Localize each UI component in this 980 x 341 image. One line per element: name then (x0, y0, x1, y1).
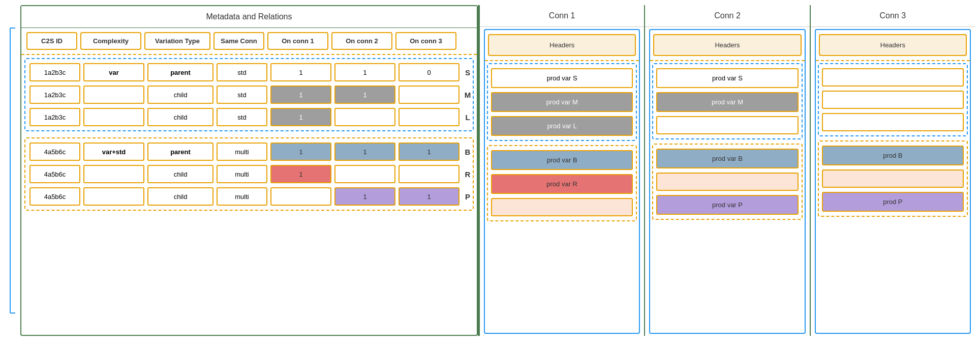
group1-section: 1a2b3c var parent std 1 1 0 S 1a2b3c chi… (24, 58, 474, 131)
header-on-conn-1: On conn 1 (267, 32, 328, 50)
conn1-section: Conn 1 Headers prod var S prod var M (479, 5, 644, 336)
cell-complexity: var (83, 63, 144, 81)
conn2-group2: prod var B prod var P (652, 144, 802, 220)
conn3-row-r (821, 167, 965, 190)
cell-sameconn: std (217, 108, 267, 126)
conn2-row-r (655, 170, 799, 193)
conn1-header-row: Headers (485, 30, 639, 61)
conn1-group1: prod var S prod var M prod var L (487, 63, 637, 141)
conn1-row-b: prod var B (490, 148, 634, 172)
conn3-row-s (821, 66, 965, 89)
cell-sameconn: std (217, 86, 267, 104)
conn2-row-p: prod var P (655, 193, 799, 217)
main-content: Metadata and Relations C2S ID Complexity… (20, 5, 975, 336)
cell-sameconn: std (217, 63, 267, 81)
table-row: 4a5b6c child multi 1 R (27, 163, 471, 185)
cell-onconn1 (270, 187, 331, 206)
conn3-cell-p: prod P (822, 192, 964, 212)
metadata-section: Metadata and Relations C2S ID Complexity… (20, 5, 478, 336)
conn2-data: prod var S prod var M (650, 61, 804, 333)
conn2-cell-s: prod var S (656, 68, 798, 88)
cell-onconn3 (399, 108, 460, 126)
conn2-cell-r (656, 173, 798, 191)
conn3-row-m (821, 89, 965, 111)
cell-onconn2 (334, 108, 395, 126)
cell-c2sid: 4a5b6c (29, 165, 80, 183)
header-c2sid: C2S ID (26, 32, 77, 50)
conn1-data: prod var S prod var M prod var L (485, 61, 639, 333)
row-label-s: S (463, 68, 473, 77)
conn2-section: Conn 2 Headers prod var S prod var M (644, 5, 809, 336)
cell-onconn2: 1 (334, 86, 395, 104)
conn3-row-b: prod B (821, 144, 965, 167)
conn3-cell-r (822, 169, 964, 188)
conn2-cell-p: prod var P (656, 195, 798, 215)
conn1-header-cell: Headers (488, 34, 636, 56)
conn3-row-l (821, 111, 965, 133)
conn3-cell-b: prod B (822, 146, 964, 165)
cell-c2sid: 1a2b3c (29, 108, 80, 126)
conn3-section: Conn 3 Headers (810, 5, 975, 336)
group2-section: 4a5b6c var+std parent multi 1 1 1 B 4a5b… (24, 137, 474, 211)
cell-variation: child (147, 187, 213, 206)
cell-sameconn: multi (217, 187, 267, 206)
cell-sameconn: multi (217, 165, 267, 183)
header-same-conn: Same Conn (213, 32, 264, 50)
cell-c2sid: 1a2b3c (29, 86, 80, 104)
cell-onconn2: 1 (334, 187, 395, 206)
cell-onconn1: 1 (270, 143, 331, 161)
conn2-row-b: prod var B (655, 147, 799, 170)
table-row: 4a5b6c var+std parent multi 1 1 1 B (27, 140, 471, 163)
conn1-title: Conn 1 (480, 5, 644, 27)
conn1-cell-l: prod var L (491, 116, 633, 136)
header-complexity: Complexity (80, 32, 141, 50)
conn2-cell-b: prod var B (656, 149, 798, 168)
conn1-row-s: prod var S (490, 66, 634, 90)
conn2-row-l (655, 114, 799, 136)
cell-onconn3 (399, 165, 460, 183)
conn2-header-row: Headers (650, 30, 804, 61)
header-variation-type: Variation Type (144, 32, 210, 50)
cell-c2sid: 1a2b3c (29, 63, 80, 81)
header-on-conn-2: On conn 2 (331, 32, 392, 50)
cell-complexity (83, 108, 144, 126)
conn1-row-l: prod var L (490, 114, 634, 138)
conn2-inner: Headers prod var S prod var M (649, 29, 805, 334)
conn2-group1: prod var S prod var M (652, 63, 802, 139)
cell-variation: parent (147, 143, 213, 161)
conn3-inner: Headers (815, 29, 971, 334)
cell-variation: parent (147, 63, 213, 81)
cell-sameconn: multi (217, 143, 267, 161)
metadata-header-row: C2S ID Complexity Variation Type Same Co… (21, 28, 477, 55)
conn2-row-s: prod var S (655, 66, 799, 90)
table-row: 1a2b3c child std 1 1 M (27, 83, 471, 106)
conn1-row-m: prod var M (490, 90, 634, 114)
table-row: 1a2b3c var parent std 1 1 0 S (27, 61, 471, 83)
left-bracket (5, 5, 20, 336)
cell-c2sid: 4a5b6c (29, 187, 80, 206)
cell-complexity: var+std (83, 143, 144, 161)
cell-complexity (83, 187, 144, 206)
conn1-cell-m: prod var M (491, 92, 633, 112)
cell-onconn3: 0 (399, 63, 460, 81)
conn3-group1 (818, 63, 968, 136)
cell-onconn3: 1 (399, 187, 460, 206)
conn3-cell-s (822, 68, 964, 87)
header-on-conn-3: On conn 3 (395, 32, 456, 50)
row-label-l: L (463, 113, 473, 122)
cell-c2sid: 4a5b6c (29, 143, 80, 161)
cell-onconn2: 1 (334, 63, 395, 81)
row-label-p: P (463, 192, 473, 201)
table-row: 1a2b3c child std 1 L (27, 106, 471, 128)
conn3-row-p: prod P (821, 190, 965, 214)
row-label-r: R (463, 170, 473, 179)
row-label-b: B (463, 148, 473, 156)
conn3-header-row: Headers (816, 30, 970, 61)
cell-variation: child (147, 165, 213, 183)
conn3-cell-l (822, 113, 964, 131)
cell-onconn1: 1 (270, 165, 331, 183)
conn1-cell-r: prod var R (491, 174, 633, 194)
cell-complexity (83, 165, 144, 183)
table-row: 4a5b6c child multi 1 1 P (27, 185, 471, 208)
conn1-inner: Headers prod var S prod var M (484, 29, 640, 334)
